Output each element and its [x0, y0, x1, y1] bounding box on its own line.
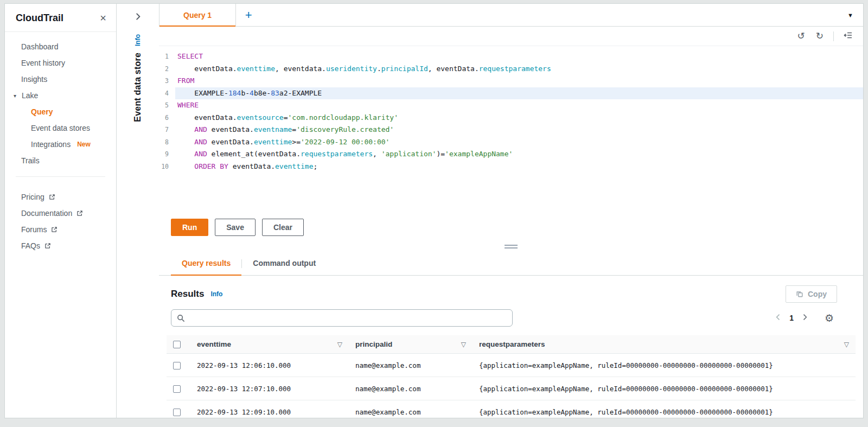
code-line[interactable]: 10 ORDER BY eventData.eventtime;	[159, 161, 863, 173]
undo-button[interactable]: ↺	[793, 30, 809, 42]
sidebar-item-event-history[interactable]: Event history	[5, 55, 116, 71]
code-line[interactable]: 6 eventData.eventsource='com.nordcloudap…	[159, 112, 863, 124]
expand-panel-button[interactable]	[131, 9, 145, 26]
row-checkbox-cell	[167, 354, 190, 377]
row-checkbox-cell	[167, 400, 190, 418]
cell-eventtime: 2022-09-13 12:09:10.000	[190, 400, 349, 418]
results-tabbar: Query results Command output	[159, 252, 863, 276]
format-icon	[844, 31, 852, 40]
sidebar-nav: DashboardEvent historyInsights▾LakeQuery…	[5, 32, 116, 170]
table-row: 2022-09-13 12:06:10.000name@example.com{…	[167, 354, 856, 377]
query-tabbar: Query 1 + ▼	[159, 4, 863, 27]
caret-down-icon[interactable]: ▾	[14, 93, 18, 99]
sort-icon[interactable]: ▽	[337, 341, 342, 348]
line-number: 10	[159, 161, 175, 173]
current-page[interactable]: 1	[789, 314, 794, 322]
editor-actions: Run Save Clear	[159, 210, 863, 245]
sidebar-link-label: FAQs	[21, 241, 40, 250]
row-checkbox[interactable]	[173, 385, 181, 393]
event-data-store-panel-collapsed: Info Event data store	[117, 4, 159, 418]
code-line[interactable]: 8 AND eventData.eventtime>='2022-09-12 0…	[159, 136, 863, 149]
chevron-right-icon	[801, 314, 808, 321]
gear-icon: ⚙	[825, 313, 834, 324]
sidebar-item-label: Event history	[21, 59, 65, 67]
cell-eventtime: 2022-09-13 12:07:10.000	[190, 377, 349, 400]
code-text: FROM	[175, 75, 863, 87]
sidebar-link-faqs[interactable]: FAQs	[5, 238, 116, 254]
sidebar-item-label: Event data stores	[31, 124, 90, 132]
row-checkbox[interactable]	[173, 362, 181, 369]
tab-query-1[interactable]: Query 1	[159, 4, 236, 26]
chevron-left-icon	[775, 314, 782, 321]
table-header-row: eventtime ▽ principalid ▽	[167, 335, 856, 354]
sidebar-link-documentation[interactable]: Documentation	[5, 205, 116, 221]
save-button[interactable]: Save	[215, 219, 256, 236]
column-header-requestparameters: requestparameters	[479, 340, 545, 348]
code-line[interactable]: 1SELECT	[159, 50, 863, 63]
panel-labels: Info Event data store	[133, 34, 143, 122]
prev-page-button[interactable]	[774, 313, 783, 323]
code-text: AND element_at(eventData.requestparamete…	[175, 148, 863, 161]
code-line[interactable]: 3FROM	[159, 75, 863, 87]
search-box	[171, 309, 513, 327]
sidebar-item-dashboard[interactable]: Dashboard	[5, 39, 116, 55]
next-page-button[interactable]	[800, 313, 809, 323]
sidebar-item-label: Query	[31, 107, 53, 116]
run-button[interactable]: Run	[171, 219, 208, 236]
sidebar-link-forums[interactable]: Forums	[5, 221, 116, 238]
sidebar-link-pricing[interactable]: Pricing	[5, 189, 116, 205]
line-number: 6	[159, 112, 175, 124]
line-number: 7	[159, 124, 175, 136]
format-query-button[interactable]	[839, 30, 857, 42]
sort-icon[interactable]: ▽	[461, 341, 466, 348]
sidebar-item-trails[interactable]: Trails	[5, 152, 116, 169]
code-line[interactable]: 9 AND element_at(eventData.requestparame…	[159, 148, 863, 161]
sidebar-item-query[interactable]: Query	[5, 104, 116, 120]
sql-editor[interactable]: 1SELECT2 eventData.eventtime, eventdata.…	[159, 46, 863, 210]
sidebar-item-lake[interactable]: ▾Lake	[5, 87, 116, 104]
row-checkbox[interactable]	[173, 409, 181, 416]
search-input[interactable]	[189, 313, 507, 323]
add-query-tab-button[interactable]: +	[236, 4, 261, 26]
collapse-caret-icon[interactable]: ▼	[847, 12, 863, 18]
table-row: 2022-09-13 12:09:10.000name@example.com{…	[167, 400, 856, 418]
code-text: AND eventData.eventname='discoveryRule.c…	[175, 124, 863, 136]
panel-info-link[interactable]: Info	[134, 34, 142, 46]
editor-toolbar: ↺ ↻	[159, 27, 863, 46]
cell-requestparameters: {application=exampleAppName, ruleId=0000…	[473, 400, 856, 418]
copy-button-label: Copy	[808, 290, 827, 298]
sidebar-item-event-data-stores[interactable]: Event data stores	[5, 120, 116, 136]
sidebar-item-label: Trails	[21, 156, 40, 165]
sort-icon[interactable]: ▽	[844, 341, 849, 348]
code-text: EXAMPLE-184b-4b8e-83a2-EXAMPLE	[175, 87, 863, 100]
code-text: eventData.eventsource='com.nordcloudapp.…	[175, 112, 863, 124]
cell-requestparameters: {application=exampleAppName, ruleId=0000…	[473, 377, 856, 400]
clear-button[interactable]: Clear	[262, 219, 304, 236]
results-panel: Results Info Copy 1	[159, 276, 863, 418]
copy-button[interactable]: Copy	[786, 285, 837, 303]
sidebar-link-label: Documentation	[21, 209, 72, 218]
select-all-checkbox[interactable]	[173, 341, 181, 348]
cell-principalid: name@example.com	[349, 354, 473, 377]
sidebar-item-integrations[interactable]: IntegrationsNew	[5, 136, 116, 152]
results-info-link[interactable]: Info	[210, 290, 222, 298]
column-header-principalid: principalid	[355, 340, 392, 348]
line-number: 3	[159, 75, 175, 87]
code-line[interactable]: 7 AND eventData.eventname='discoveryRule…	[159, 124, 863, 136]
results-header: Results Info Copy	[167, 282, 856, 309]
code-text: eventData.eventtime, eventdata.userident…	[175, 63, 863, 75]
results-title: Results	[171, 289, 204, 299]
redo-button[interactable]: ↻	[812, 30, 828, 42]
code-line[interactable]: 4 EXAMPLE-184b-4b8e-83a2-EXAMPLE	[159, 87, 863, 100]
row-checkbox-cell	[167, 377, 190, 400]
preferences-button[interactable]: ⚙	[821, 313, 837, 324]
close-sidebar-button[interactable]: ×	[99, 11, 107, 24]
cloudtrail-app: CloudTrail × DashboardEvent historyInsig…	[4, 3, 864, 418]
sidebar-item-insights[interactable]: Insights	[5, 71, 116, 87]
tab-query-results[interactable]: Query results	[171, 252, 241, 275]
code-line[interactable]: 2 eventData.eventtime, eventdata.useride…	[159, 63, 863, 75]
tab-command-output[interactable]: Command output	[242, 252, 327, 275]
code-line[interactable]: 5WHERE	[159, 99, 863, 112]
external-link-icon	[49, 194, 55, 200]
split-drag-handle[interactable]	[505, 245, 518, 248]
